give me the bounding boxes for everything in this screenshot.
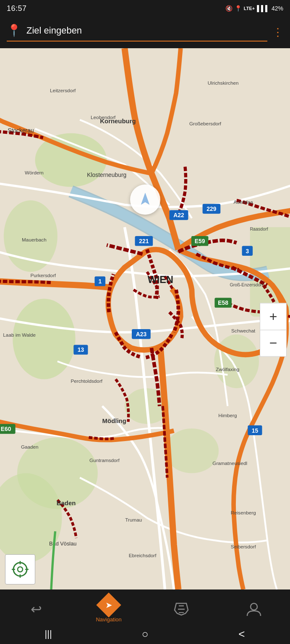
svg-text:3: 3 [246, 248, 249, 254]
svg-text:Wördern: Wördern [25, 170, 44, 175]
svg-text:Raasdorf: Raasdorf [250, 226, 268, 231]
zoom-out-button[interactable]: − [260, 330, 287, 356]
svg-text:Leitzersdorf: Leitzersdorf [50, 88, 76, 93]
svg-point-71 [251, 603, 257, 610]
svg-text:Reisenberg: Reisenberg [231, 510, 256, 515]
svg-text:Purkersdorf: Purkersdorf [30, 273, 56, 278]
bottom-nav: ↩ ➤ Navigation ||| ○ [0, 589, 290, 644]
svg-point-62 [13, 563, 27, 576]
compass-indicator[interactable] [130, 184, 160, 215]
mute-icon: 🔇 [225, 5, 233, 12]
search-bar[interactable]: 📍 Ziel eingeben ⋮ [0, 17, 290, 48]
svg-text:229: 229 [206, 205, 216, 212]
svg-text:Trumau: Trumau [125, 517, 142, 522]
svg-text:Ulrichskirchen: Ulrichskirchen [208, 80, 239, 86]
svg-text:Klosterneuburg: Klosterneuburg [87, 171, 126, 178]
lte-icon: LTE+ [244, 6, 255, 11]
recent-apps-button[interactable]: ||| [36, 628, 61, 639]
svg-point-63 [18, 567, 23, 572]
svg-text:221: 221 [139, 238, 149, 244]
svg-text:Gaaden: Gaaden [21, 444, 39, 449]
status-icons: 🔇 📍 LTE+ ▌▌▌ 42% [225, 5, 283, 12]
location-icon: 📍 [235, 5, 242, 12]
back-button[interactable]: < [229, 628, 254, 641]
nav-tab-navigation[interactable]: ➤ Navigation [92, 596, 125, 623]
svg-text:Gramatneusiedl: Gramatneusiedl [212, 460, 247, 466]
nav-diamond: ➤ [96, 592, 121, 617]
svg-text:Mödling: Mödling [102, 417, 126, 424]
svg-point-2 [4, 200, 57, 272]
svg-text:Großebersdorf: Großebersdorf [189, 121, 222, 126]
more-options-icon[interactable]: ⋮ [272, 26, 283, 39]
nav-tabs: ↩ ➤ Navigation [0, 589, 290, 626]
profile-icon [246, 602, 261, 617]
map-container[interactable]: WIEN Korneuburg Klosterneuburg Stockerau… [0, 48, 290, 589]
svg-text:Ebreichsdorf: Ebreichsdorf [129, 553, 157, 558]
svg-text:Groß-Enzersdorf: Groß-Enzersdorf [230, 282, 263, 287]
traffic-icon [173, 602, 190, 617]
nav-tab-profile[interactable] [237, 602, 271, 617]
svg-marker-61 [141, 193, 149, 205]
svg-text:Stockerau: Stockerau [8, 127, 34, 134]
svg-text:E58: E58 [218, 299, 228, 306]
city-wien: WIEN [148, 274, 173, 285]
svg-text:Perchtoldsdorf: Perchtoldsdorf [71, 378, 102, 384]
search-inner[interactable]: 📍 Ziel eingeben [7, 23, 267, 42]
svg-text:A22: A22 [173, 212, 184, 218]
svg-text:Baden: Baden [57, 499, 76, 506]
svg-text:Leobendorf: Leobendorf [91, 114, 116, 120]
svg-text:Zwölfaxing: Zwölfaxing [216, 366, 239, 372]
svg-text:1: 1 [98, 278, 102, 285]
home-button[interactable]: ○ [132, 628, 157, 641]
navigation-arrow-icon: ➤ [105, 600, 112, 610]
svg-point-5 [165, 428, 219, 473]
signal-icon: ▌▌▌ [257, 5, 269, 12]
status-bar: 16:57 🔇 📍 LTE+ ▌▌▌ 42% [0, 0, 290, 17]
system-nav: ||| ○ < [0, 626, 290, 644]
svg-text:E60: E60 [1, 426, 11, 432]
status-time: 16:57 [7, 4, 27, 13]
location-button[interactable] [5, 554, 35, 584]
zoom-in-button[interactable]: + [260, 303, 287, 330]
svg-text:E59: E59 [195, 238, 205, 244]
svg-text:Himberg: Himberg [218, 413, 237, 418]
battery-icon: 42% [272, 5, 283, 12]
map-svg: WIEN Korneuburg Klosterneuburg Stockerau… [0, 48, 290, 589]
nav-tab-traffic[interactable] [165, 602, 198, 617]
svg-point-3 [13, 299, 75, 379]
svg-text:A23: A23 [136, 331, 147, 338]
nav-tab-back[interactable]: ↩ [19, 601, 53, 617]
svg-text:Mauerbach: Mauerbach [22, 237, 47, 242]
svg-text:Seibersdorf: Seibersdorf [231, 544, 256, 549]
svg-text:13: 13 [78, 346, 84, 353]
location-pin-icon: 📍 [7, 23, 21, 37]
svg-text:Aderklaa: Aderklaa [234, 199, 253, 205]
zoom-controls: + − [260, 303, 287, 356]
search-input[interactable]: Ziel eingeben [26, 25, 267, 36]
back-nav-icon: ↩ [31, 601, 42, 617]
svg-text:Laab im Walde: Laab im Walde [3, 332, 36, 338]
svg-text:15: 15 [252, 427, 259, 434]
svg-text:Guntramsdorf: Guntramsdorf [89, 457, 120, 463]
svg-text:Schwechat: Schwechat [231, 328, 256, 333]
